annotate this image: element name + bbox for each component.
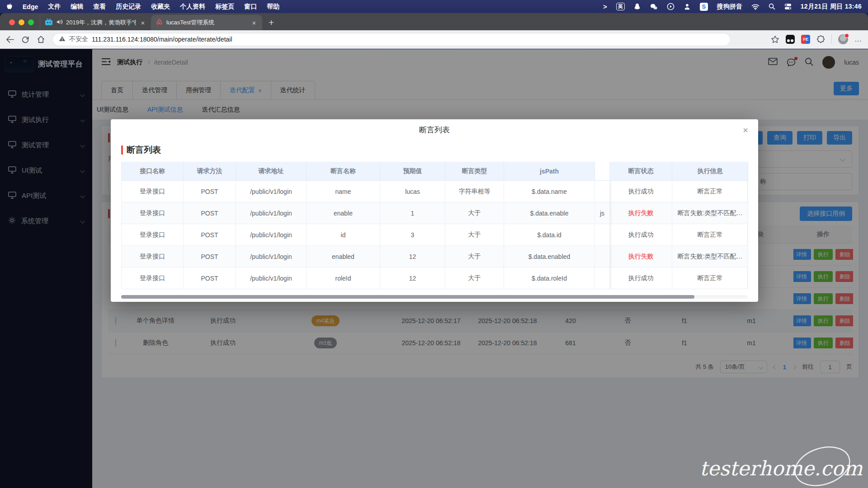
browser-menu-icon[interactable]: …: [854, 35, 863, 43]
url-text[interactable]: 111.231.116.124:18080/main/operate/itera…: [92, 36, 232, 43]
dialog-title: 断言列表: [121, 125, 748, 136]
menu-tabs[interactable]: 标签页: [215, 3, 234, 11]
window-close-button[interactable]: [9, 19, 15, 25]
menubar-app-name[interactable]: Edge: [23, 3, 38, 10]
bilibili-favicon: [45, 19, 53, 27]
assertion-section-title: 断言列表: [121, 144, 748, 156]
not-secure-warning-icon: [59, 36, 66, 43]
control-center-icon[interactable]: [784, 3, 792, 10]
menu-edit[interactable]: 编辑: [71, 3, 83, 11]
assert-status-failed: 执行失败: [610, 202, 672, 224]
screen-share-icon[interactable]: >: [603, 3, 607, 10]
browser-tab-bar: 2019年，沈腾，黄渤联手“征 × lucasTest管理系统 × +: [0, 13, 868, 30]
section-bar: [121, 145, 123, 155]
assertion-dialog: 断言列表 × 断言列表 接口名称 请求方法 请求地址 断言名称 预期值 断言类型…: [111, 119, 758, 302]
refresh-icon[interactable]: [21, 35, 29, 43]
browser-toolbar: 不安全 111.231.116.124:18080/main/operate/i…: [0, 30, 868, 49]
desktop: Edge 文件 编辑 查看 历史记录 收藏夹 个人资料 标签页 窗口 帮助 > …: [0, 0, 868, 488]
qq-icon[interactable]: [634, 3, 641, 10]
assertion-row: 登录接口POST /public/v1/loginname lucas字符串相等…: [122, 181, 747, 202]
assertion-row: 登录接口POST /public/v1/loginenabled 12大于 $.…: [122, 246, 747, 267]
security-label[interactable]: 不安全: [69, 35, 88, 43]
menu-file[interactable]: 文件: [48, 3, 61, 11]
macos-menubar: Edge 文件 编辑 查看 历史记录 收藏夹 个人资料 标签页 窗口 帮助 > …: [0, 0, 868, 13]
favorite-star-icon[interactable]: [771, 35, 779, 43]
browser-tab-video[interactable]: 2019年，沈腾，黄渤联手“征 ×: [40, 15, 151, 30]
menu-help[interactable]: 帮助: [267, 3, 279, 11]
browser-tab-lucastest[interactable]: lucasTest管理系统 ×: [151, 15, 262, 30]
input-method-icon[interactable]: 英: [616, 3, 625, 10]
menu-profiles[interactable]: 个人资料: [180, 3, 205, 11]
menubar-clock[interactable]: 12月21日 周日 13:46: [801, 3, 862, 11]
play-icon[interactable]: [667, 3, 675, 10]
assert-status-failed: 执行失败: [610, 246, 672, 267]
tab-close-icon[interactable]: ×: [139, 19, 146, 27]
assertion-row: 登录接口POST /public/v1/loginroleId 12大于 $.d…: [122, 267, 747, 289]
profile-avatar[interactable]: [838, 34, 848, 44]
scrollbar-thumb[interactable]: [121, 295, 694, 299]
assertion-row: 登录接口POST /public/v1/loginenable 1大于 $.da…: [122, 202, 747, 224]
watermark: testerhome.com: [700, 457, 863, 480]
tab-audio-icon[interactable]: [56, 19, 63, 26]
home-icon[interactable]: [37, 35, 45, 43]
assertion-row: 登录接口POST /public/v1/loginid 3大于 $.data.i…: [122, 224, 747, 246]
menu-window[interactable]: 窗口: [244, 3, 257, 11]
watermark-flourish: [788, 441, 856, 488]
sogou-label[interactable]: 搜狗拼音: [717, 3, 742, 11]
browser-window: 2019年，沈腾，黄渤联手“征 × lucasTest管理系统 × +: [0, 13, 868, 488]
user-icon[interactable]: [684, 3, 691, 10]
tab-title: lucasTest管理系统: [166, 19, 247, 27]
web-app: 测试管理平台 统计管理 测试执行 测试管理: [0, 49, 868, 488]
wifi-icon[interactable]: [751, 4, 760, 10]
fe-extension-icon[interactable]: FE: [801, 35, 810, 44]
horizontal-scrollbar[interactable]: [121, 295, 748, 299]
window-zoom-button[interactable]: [28, 19, 34, 25]
sogou-icon[interactable]: S: [700, 3, 708, 11]
back-icon[interactable]: [5, 36, 14, 43]
site-favicon: [156, 18, 163, 27]
apple-icon[interactable]: [6, 3, 13, 10]
assertion-table-header: 接口名称 请求方法 请求地址 断言名称 预期值 断言类型 jsPath 断言状态…: [122, 162, 747, 181]
wechat-icon[interactable]: [650, 3, 658, 10]
address-bar[interactable]: 不安全 111.231.116.124:18080/main/operate/i…: [52, 33, 731, 46]
window-minimize-button[interactable]: [19, 19, 24, 25]
panda-extension-icon[interactable]: [786, 35, 795, 44]
menu-history[interactable]: 历史记录: [116, 3, 141, 11]
menu-view[interactable]: 查看: [93, 3, 106, 11]
tab-close-icon[interactable]: ×: [250, 19, 258, 27]
new-tab-button[interactable]: +: [269, 17, 274, 28]
close-icon[interactable]: ×: [743, 126, 748, 135]
extensions-puzzle-icon[interactable]: [816, 35, 825, 44]
assertion-table: 接口名称 请求方法 请求地址 断言名称 预期值 断言类型 jsPath 断言状态…: [121, 162, 748, 289]
tab-title: 2019年，沈腾，黄渤联手“征: [66, 19, 136, 27]
divider: [831, 35, 832, 44]
menu-favorites[interactable]: 收藏夹: [151, 3, 170, 11]
spotlight-search-icon[interactable]: [769, 3, 775, 10]
